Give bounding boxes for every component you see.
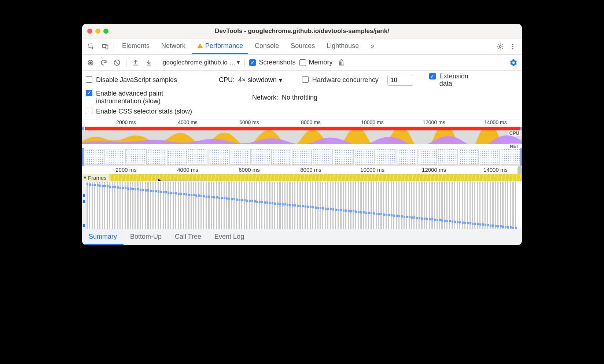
overview-network-row: NET bbox=[82, 144, 522, 148]
overview-filmstrip[interactable] bbox=[82, 148, 522, 166]
filmstrip-thumbnail[interactable] bbox=[84, 149, 103, 165]
disable-js-samples-checkbox[interactable]: Disable JavaScript samples bbox=[86, 76, 177, 84]
details-tabstrip: Summary Bottom-Up Call Tree Event Log bbox=[82, 229, 522, 245]
zoom-window-button[interactable] bbox=[103, 29, 108, 34]
overview-cpu-chart: CPU bbox=[82, 130, 522, 144]
filmstrip-thumbnail[interactable] bbox=[209, 149, 228, 165]
filmstrip-thumbnail[interactable] bbox=[376, 149, 395, 165]
checkbox-icon bbox=[86, 108, 92, 114]
memory-checkbox[interactable]: Memory bbox=[299, 59, 333, 66]
device-toolbar-icon[interactable] bbox=[100, 42, 110, 51]
filmstrip-thumbnail[interactable] bbox=[313, 149, 333, 165]
advanced-paint-checkbox[interactable]: Enable advanced paint instrumentation (s… bbox=[86, 90, 196, 105]
tab-performance[interactable]: Performance bbox=[192, 38, 248, 54]
svg-rect-4 bbox=[200, 47, 200, 47]
checkbox-icon bbox=[299, 59, 306, 66]
tab-bottom-up[interactable]: Bottom-Up bbox=[124, 229, 168, 245]
window-title: DevTools - googlechrome.github.io/devtoo… bbox=[82, 27, 522, 35]
traffic-lights bbox=[82, 29, 108, 34]
screenshots-checkbox[interactable]: Screenshots bbox=[249, 59, 295, 66]
dropdown-caret-icon: ▾ bbox=[279, 76, 282, 84]
filmstrip-thumbnail[interactable] bbox=[417, 149, 437, 165]
extension-data-checkbox[interactable]: Extension data bbox=[429, 73, 476, 88]
checkbox-icon bbox=[86, 76, 92, 83]
flamechart-pane[interactable]: 2000 ms 4000 ms 6000 ms 8000 ms 10000 ms… bbox=[82, 166, 522, 229]
capture-options: Disable JavaScript samples CPU: 4× slowd… bbox=[82, 71, 522, 119]
filmstrip-thumbnail[interactable] bbox=[480, 149, 500, 165]
filmstrip-thumbnail[interactable] bbox=[188, 149, 208, 165]
checkbox-icon bbox=[429, 73, 436, 79]
svg-point-6 bbox=[512, 44, 513, 45]
tab-overflow[interactable]: » bbox=[365, 38, 379, 54]
cpu-throttle-select[interactable]: 4× slowdown ▾ bbox=[238, 76, 282, 84]
tab-console[interactable]: Console bbox=[250, 38, 284, 54]
capture-settings-button[interactable] bbox=[509, 58, 518, 67]
svg-point-10 bbox=[89, 61, 92, 64]
chevron-double-right-icon: » bbox=[371, 42, 374, 50]
tab-sources[interactable]: Sources bbox=[286, 38, 320, 54]
filmstrip-thumbnail[interactable] bbox=[146, 149, 166, 165]
overview-pane[interactable]: 2000 ms 4000 ms 6000 ms 8000 ms 10000 ms… bbox=[82, 119, 522, 166]
svg-rect-2 bbox=[106, 45, 108, 49]
warning-icon bbox=[197, 43, 203, 49]
kebab-menu-icon[interactable] bbox=[508, 42, 518, 51]
filmstrip-thumbnail[interactable] bbox=[104, 149, 124, 165]
filmstrip-thumbnail[interactable] bbox=[355, 149, 375, 165]
garbage-collect-button[interactable] bbox=[336, 58, 346, 67]
hardware-concurrency-input[interactable] bbox=[387, 75, 413, 86]
close-window-button[interactable] bbox=[87, 29, 92, 34]
record-button[interactable] bbox=[86, 58, 95, 67]
reload-record-button[interactable] bbox=[99, 58, 108, 67]
disclosure-triangle-icon[interactable]: ▾ bbox=[84, 174, 86, 181]
filmstrip-thumbnail[interactable] bbox=[292, 149, 312, 165]
svg-point-7 bbox=[512, 46, 513, 47]
clear-button[interactable] bbox=[112, 58, 122, 67]
svg-point-8 bbox=[512, 48, 513, 49]
filmstrip-thumbnail[interactable] bbox=[397, 149, 416, 165]
tab-call-tree[interactable]: Call Tree bbox=[168, 229, 208, 245]
network-label: Network: bbox=[252, 94, 278, 101]
filmstrip-thumbnail[interactable] bbox=[167, 149, 187, 165]
tab-network[interactable]: Network bbox=[156, 38, 191, 54]
filmstrip-thumbnail[interactable] bbox=[438, 149, 458, 165]
overview-time-ruler: 2000 ms 4000 ms 6000 ms 8000 ms 10000 ms… bbox=[82, 119, 522, 127]
svg-point-5 bbox=[500, 45, 501, 47]
flamechart-time-ruler: 2000 ms 4000 ms 6000 ms 8000 ms 10000 ms… bbox=[82, 166, 522, 174]
download-profile-button[interactable] bbox=[144, 58, 154, 67]
frames-track-body[interactable] bbox=[82, 181, 522, 229]
frames-track-header[interactable]: ▾ Frames 8.3 ms Frame bbox=[82, 174, 522, 181]
frames-track-label: Frames bbox=[88, 175, 107, 181]
filmstrip-thumbnail[interactable] bbox=[229, 149, 249, 165]
inspect-element-icon[interactable] bbox=[86, 42, 96, 51]
recording-url-select[interactable]: googlechrome.github.io … ▾ bbox=[163, 59, 240, 66]
panel-tabs: Elements Network Performance Console Sou… bbox=[117, 38, 379, 54]
filmstrip-thumbnail[interactable] bbox=[501, 149, 520, 165]
filmstrip-thumbnail[interactable] bbox=[125, 149, 145, 165]
network-throttle-value: No throttling bbox=[282, 94, 317, 101]
svg-rect-3 bbox=[200, 45, 200, 47]
upload-profile-button[interactable] bbox=[131, 58, 140, 67]
checkbox-icon bbox=[249, 59, 256, 66]
filmstrip-thumbnail[interactable] bbox=[271, 149, 291, 165]
performance-toolbar: googlechrome.github.io … ▾ Screenshots M… bbox=[82, 55, 522, 71]
net-label: NET bbox=[509, 144, 520, 149]
checkbox-icon bbox=[86, 90, 92, 96]
overview-fps-bar bbox=[85, 127, 520, 130]
settings-icon[interactable] bbox=[496, 42, 505, 51]
cpu-label: CPU: bbox=[219, 76, 235, 84]
filmstrip-thumbnail[interactable] bbox=[459, 149, 479, 165]
dropdown-caret-icon: ▾ bbox=[237, 59, 240, 66]
minimize-window-button[interactable] bbox=[95, 29, 100, 34]
tab-elements[interactable]: Elements bbox=[117, 38, 155, 54]
css-selector-stats-checkbox[interactable]: Enable CSS selector stats (slow) bbox=[86, 108, 192, 116]
hardware-concurrency-checkbox[interactable]: Hardware concurrency bbox=[302, 76, 379, 84]
tab-lighthouse[interactable]: Lighthouse bbox=[321, 38, 364, 54]
filmstrip-thumbnail[interactable] bbox=[250, 149, 270, 165]
devtools-window: DevTools - googlechrome.github.io/devtoo… bbox=[82, 24, 522, 245]
checkbox-icon bbox=[302, 76, 309, 83]
main-tab-row: Elements Network Performance Console Sou… bbox=[82, 38, 522, 55]
tab-event-log[interactable]: Event Log bbox=[208, 229, 251, 245]
titlebar: DevTools - googlechrome.github.io/devtoo… bbox=[82, 24, 522, 38]
filmstrip-thumbnail[interactable] bbox=[334, 149, 354, 165]
tab-summary[interactable]: Summary bbox=[82, 229, 124, 245]
